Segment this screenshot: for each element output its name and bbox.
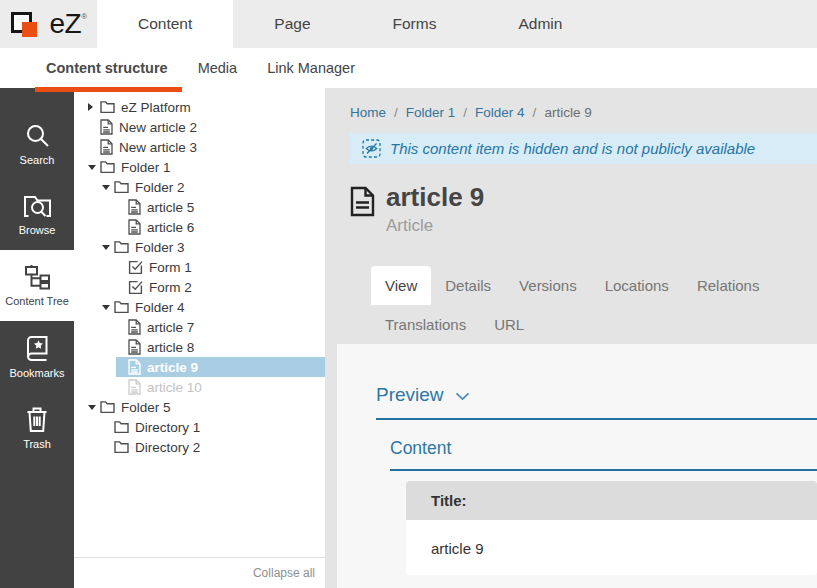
tree-item-article-5[interactable]: article 5 <box>116 197 325 217</box>
tree-item-article-10[interactable]: article 10 <box>116 377 325 397</box>
article-icon <box>128 359 141 375</box>
rail-item-label: Content Tree <box>5 295 69 307</box>
caret-cell[interactable] <box>88 103 100 111</box>
field-label: Title: <box>406 481 817 520</box>
breadcrumb-current-article-9: article 9 <box>544 105 591 120</box>
rail-item-bookmarks[interactable]: Bookmarks <box>0 321 74 392</box>
caret-down-icon <box>88 165 96 170</box>
content-type-label: Article <box>386 216 484 236</box>
caret-cell[interactable] <box>88 165 100 170</box>
article-icon <box>128 219 141 235</box>
tree-item-label: New article 3 <box>119 140 197 155</box>
breadcrumb-link-folder-1[interactable]: Folder 1 <box>406 105 456 120</box>
form-icon <box>128 260 143 275</box>
page-title: article 9 <box>386 183 484 213</box>
tree-item-directory-2[interactable]: Directory 2 <box>102 437 325 457</box>
content-title-block: article 9 Article <box>350 183 817 236</box>
tree-item-article-9[interactable]: article 9 <box>116 357 325 377</box>
top-tab-content[interactable]: Content <box>97 0 233 48</box>
logo-orange-square <box>22 22 37 37</box>
caret-down-icon <box>88 405 96 410</box>
tree-item-label: Directory 2 <box>135 440 200 455</box>
breadcrumb-separator: / <box>394 105 398 120</box>
tree-item-form-2[interactable]: Form 2 <box>116 277 325 297</box>
caret-cell[interactable] <box>102 185 114 190</box>
tree-item-label: Folder 2 <box>135 180 185 195</box>
main-content: Home/Folder 1/Folder 4/article 9 This co… <box>326 88 817 588</box>
rail-item-browse[interactable]: Browse <box>0 179 74 250</box>
subnav-item-content-structure[interactable]: Content structure <box>46 60 168 76</box>
content-tab-bar: ViewDetailsVersionsLocationsRelationsTra… <box>326 266 817 344</box>
top-tab-page[interactable]: Page <box>233 0 351 48</box>
top-tab-forms[interactable]: Forms <box>352 0 478 48</box>
tree-item-new-article-2[interactable]: New article 2 <box>88 117 325 137</box>
logo-text: eZ® <box>49 10 86 38</box>
tree-item-article-6[interactable]: article 6 <box>116 217 325 237</box>
tree-item-label: Folder 1 <box>121 160 171 175</box>
registered-mark: ® <box>81 12 86 21</box>
tree-item-ez-platform[interactable]: eZ Platform <box>88 97 325 117</box>
ez-logo[interactable]: eZ® <box>0 0 97 48</box>
tree-item-label: eZ Platform <box>121 100 191 115</box>
tree-item-label: article 8 <box>147 340 194 355</box>
preview-section-header[interactable]: Preview <box>376 384 817 420</box>
breadcrumb-link-folder-4[interactable]: Folder 4 <box>475 105 525 120</box>
folder-icon <box>100 160 115 174</box>
folder-icon <box>114 300 129 314</box>
rail-item-search[interactable]: Search <box>0 108 74 179</box>
tree-item-new-article-3[interactable]: New article 3 <box>88 137 325 157</box>
tree-item-folder-1[interactable]: Folder 1 <box>88 157 325 177</box>
folder-icon <box>100 100 115 114</box>
tab-translations[interactable]: Translations <box>371 305 480 344</box>
tree-item-label: Form 2 <box>149 280 192 295</box>
content-tree: eZ PlatformNew article 2New article 3Fol… <box>74 97 325 457</box>
caret-down-icon <box>102 245 110 250</box>
caret-cell[interactable] <box>102 245 114 250</box>
tree-item-label: Folder 5 <box>121 400 171 415</box>
rail-item-label: Trash <box>23 438 51 450</box>
preview-label: Preview <box>376 384 444 406</box>
subnav-item-media[interactable]: Media <box>198 60 238 76</box>
rail-item-label: Browse <box>19 224 56 236</box>
caret-cell[interactable] <box>102 305 114 310</box>
field-table: Title:article 9 <box>406 481 817 575</box>
tree-item-article-7[interactable]: article 7 <box>116 317 325 337</box>
tree-item-folder-2[interactable]: Folder 2 <box>102 177 325 197</box>
tree-item-label: article 6 <box>147 220 194 235</box>
tree-item-form-1[interactable]: Form 1 <box>116 257 325 277</box>
hidden-content-notice: This content item is hidden and is not p… <box>350 133 817 164</box>
tab-view[interactable]: View <box>371 266 431 305</box>
caret-cell[interactable] <box>88 405 100 410</box>
tree-item-label: article 7 <box>147 320 194 335</box>
tab-relations[interactable]: Relations <box>683 266 774 305</box>
content-section-title: Content <box>390 438 817 471</box>
ez-logo-mark <box>10 7 43 41</box>
subnav-item-link-manager[interactable]: Link Manager <box>267 60 355 76</box>
bookmarks-icon <box>24 335 50 362</box>
collapse-all-button[interactable]: Collapse all <box>74 557 325 588</box>
article-icon <box>100 119 113 135</box>
tree-item-directory-1[interactable]: Directory 1 <box>102 417 325 437</box>
caret-down-icon <box>102 305 110 310</box>
content-tree-icon <box>23 264 51 290</box>
tree-item-folder-3[interactable]: Folder 3 <box>102 237 325 257</box>
tab-url[interactable]: URL <box>480 305 538 344</box>
breadcrumb-link-home[interactable]: Home <box>350 105 386 120</box>
tab-versions[interactable]: Versions <box>505 266 591 305</box>
top-tab-admin[interactable]: Admin <box>477 0 603 48</box>
content-tree-panel: eZ PlatformNew article 2New article 3Fol… <box>74 88 326 588</box>
tree-item-folder-5[interactable]: Folder 5 <box>88 397 325 417</box>
folder-icon <box>114 180 129 194</box>
hidden-content-notice-text: This content item is hidden and is not p… <box>390 140 755 157</box>
tree-item-folder-4[interactable]: Folder 4 <box>102 297 325 317</box>
tree-item-article-8[interactable]: article 8 <box>116 337 325 357</box>
tree-item-label: article 5 <box>147 200 194 215</box>
rail-item-content-tree[interactable]: Content Tree <box>0 250 74 321</box>
tab-details[interactable]: Details <box>431 266 505 305</box>
tab-locations[interactable]: Locations <box>591 266 683 305</box>
folder-icon <box>114 420 129 434</box>
folder-icon <box>114 440 129 454</box>
field-value: article 9 <box>406 520 817 575</box>
active-nav-underline <box>35 87 182 92</box>
rail-item-trash[interactable]: Trash <box>0 392 74 463</box>
